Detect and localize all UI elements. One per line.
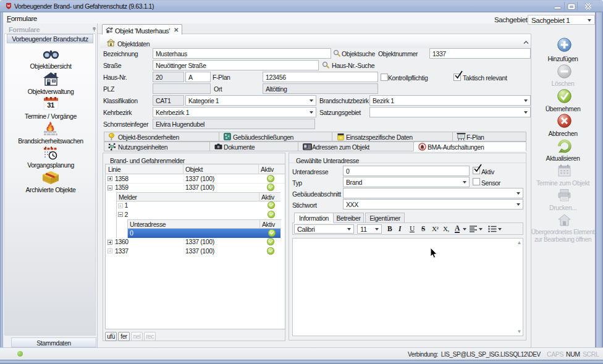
svg-text:31: 31 (47, 101, 54, 109)
